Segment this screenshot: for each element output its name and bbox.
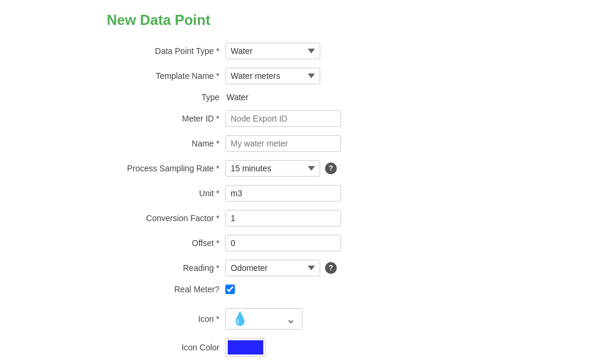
icon-color-swatch-wrapper[interactable] <box>225 338 266 357</box>
offset-input[interactable] <box>225 235 341 251</box>
offset-label: Offset * <box>107 238 225 248</box>
template-name-label: Template Name * <box>107 71 225 81</box>
conversion-factor-row: Conversion Factor * <box>107 210 486 226</box>
icon-label: Icon * <box>107 314 225 324</box>
sampling-rate-select[interactable]: 15 minutes 30 minutes 1 hour <box>225 160 320 177</box>
type-row: Type Water <box>107 92 486 102</box>
icon-selector[interactable]: 💧 ⌄ <box>225 308 302 330</box>
sampling-rate-wrapper: 15 minutes 30 minutes 1 hour <box>225 160 320 177</box>
icon-color-label: Icon Color <box>107 343 225 352</box>
data-point-type-wrapper: Water Electricity Gas <box>225 43 320 59</box>
data-point-type-select[interactable]: Water Electricity Gas <box>225 43 320 59</box>
real-meter-row: Real Meter? <box>107 285 486 294</box>
icon-color-row: Icon Color <box>107 338 486 357</box>
conversion-factor-label: Conversion Factor * <box>107 213 225 223</box>
type-value: Water <box>225 92 248 102</box>
data-point-type-row: Data Point Type * Water Electricity Gas <box>107 43 486 59</box>
offset-row: Offset * <box>107 235 486 251</box>
name-input[interactable] <box>225 135 341 152</box>
unit-row: Unit * <box>107 185 486 202</box>
icon-color-swatch <box>228 340 263 355</box>
meter-id-row: Meter ID * <box>107 110 486 127</box>
data-point-type-label: Data Point Type * <box>107 46 225 56</box>
template-name-select[interactable]: Water meters <box>225 68 320 84</box>
chevron-down-icon: ⌄ <box>286 312 296 326</box>
unit-label: Unit * <box>107 189 225 198</box>
name-row: Name * <box>107 135 486 152</box>
type-label: Type <box>107 92 225 102</box>
reading-row: Reading * Odometer Gauge ? <box>107 260 486 276</box>
icon-row: Icon * 💧 ⌄ <box>107 308 486 330</box>
real-meter-label: Real Meter? <box>107 285 225 294</box>
real-meter-checkbox[interactable] <box>225 285 235 294</box>
page-container: New Data Point Data Point Type * Water E… <box>89 0 504 364</box>
spacer <box>107 302 486 308</box>
meter-id-label: Meter ID * <box>107 114 225 123</box>
meter-id-input[interactable] <box>225 110 341 127</box>
template-name-wrapper: Water meters <box>225 68 320 84</box>
conversion-factor-input[interactable] <box>225 210 341 226</box>
page-title: New Data Point <box>107 12 486 28</box>
reading-select[interactable]: Odometer Gauge <box>225 260 320 276</box>
sampling-rate-help-icon[interactable]: ? <box>325 162 337 174</box>
reading-help-icon[interactable]: ? <box>325 262 337 274</box>
sampling-rate-row: Process Sampling Rate * 15 minutes 30 mi… <box>107 160 486 177</box>
unit-input[interactable] <box>225 185 341 202</box>
reading-wrapper: Odometer Gauge <box>225 260 320 276</box>
sampling-rate-label: Process Sampling Rate * <box>107 164 225 173</box>
template-name-row: Template Name * Water meters <box>107 68 486 84</box>
name-label: Name * <box>107 139 225 148</box>
water-drop-icon: 💧 <box>232 311 248 327</box>
reading-label: Reading * <box>107 263 225 273</box>
